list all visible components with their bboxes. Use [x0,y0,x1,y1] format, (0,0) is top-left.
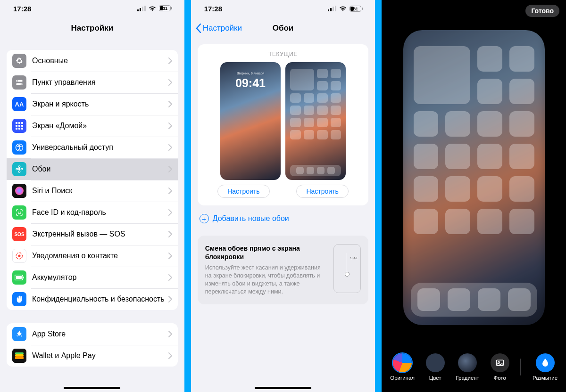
battery-icon: 31 [159,5,172,13]
SOS-icon: SOS [12,227,26,241]
settings-row-label: Wallet и Apple Pay [32,351,96,360]
wifi-icon [339,6,347,11]
settings-row[interactable]: Пункт управления [7,72,178,93]
status-icons: 31 [137,5,172,13]
svg-point-27 [21,168,23,170]
chevron-right-icon [168,188,172,194]
wallpaper-style-bar: Оригинал Цвет Градиент Фото Размытие [382,353,566,381]
chevron-right-icon [168,79,172,86]
svg-text:31: 31 [353,7,358,11]
tip-mini-illustration: 9:41 [333,244,361,293]
settings-row[interactable]: Уведомления о контакте [7,245,178,267]
svg-rect-15 [16,125,17,127]
option-color[interactable]: Цвет [426,353,445,381]
settings-row[interactable]: Универсальный доступ [7,137,178,158]
appstore-icon [12,327,26,341]
face-icon [12,205,26,220]
svg-rect-2 [142,7,143,11]
settings-row[interactable]: Экран «Домой» [7,115,178,137]
svg-rect-42 [330,8,332,11]
option-gradient[interactable]: Градиент [456,353,479,381]
svg-rect-48 [362,8,363,10]
chevron-right-icon [168,144,172,151]
settings-row-label: Face ID и код-пароль [32,208,106,217]
svg-rect-12 [16,122,17,124]
chevron-right-icon [168,274,172,281]
customize-homescreen-button[interactable]: Настроить [296,185,348,198]
svg-rect-16 [18,125,20,127]
option-blur[interactable]: Размытие [533,353,558,381]
svg-rect-1 [140,8,141,11]
settings-row-label: Пункт управления [32,78,96,87]
blur-icon [536,353,555,372]
settings-row[interactable]: Обои [7,158,178,180]
svg-rect-0 [137,9,139,11]
settings-row-label: Основные [32,57,68,65]
home-indicator[interactable] [64,387,120,389]
back-button[interactable]: Настройки [196,17,242,40]
lockscreen-tip-card: Смена обоев прямо с экрана блокировки Ис… [198,236,369,304]
chevron-right-icon [168,296,172,302]
hand-icon [12,292,26,306]
settings-row-label: Siri и Поиск [32,187,72,195]
svg-rect-13 [18,122,20,124]
settings-row-label: Универсальный доступ [32,143,113,152]
switches-icon [12,75,26,90]
svg-rect-35 [16,276,22,279]
home-indicator[interactable] [255,387,311,389]
svg-rect-19 [18,128,20,130]
svg-point-26 [16,168,18,170]
gear-icon [12,54,26,68]
access-icon [12,140,26,155]
settings-row[interactable]: Siri и Поиск [7,180,178,202]
settings-row[interactable]: Wallet и Apple Pay [7,345,178,367]
home-dock [411,283,537,317]
svg-point-25 [18,171,20,172]
settings-row[interactable]: App Store [7,323,178,345]
gradient-icon [458,353,477,372]
separator [520,359,521,376]
svg-rect-43 [333,7,334,11]
lockscreen-preview[interactable]: Вторник, 9 января 09:41 [220,62,281,180]
svg-point-24 [18,166,20,168]
settings-scroll[interactable]: ОсновныеПункт управленияAAЭкран и яркост… [0,40,184,392]
add-wallpaper-label: Добавить новые обои [213,214,289,223]
homescreen-large-preview[interactable] [403,30,545,325]
photo-icon [491,353,509,372]
settings-row[interactable]: Face ID и код-пароль [7,202,178,223]
back-label: Настройки [203,24,242,33]
chevron-right-icon [168,122,172,129]
settings-row-label: Конфиденциальность и безопасность [32,295,165,303]
wallpaper-pair: Вторник, 9 января 09:41 [204,62,362,180]
svg-point-29 [15,187,24,195]
homescreen-preview[interactable] [285,62,346,180]
icon-grid [414,46,534,278]
settings-row[interactable]: SOSЭкстренный вызов — SOS [7,223,178,245]
settings-row[interactable]: Аккумулятор [7,267,178,288]
battery-icon: 31 [350,6,363,12]
svg-rect-40 [15,356,24,359]
status-time: 17:28 [204,5,222,13]
done-button[interactable]: Готово [525,5,559,17]
settings-group-apps: App StoreWallet и Apple Pay [7,323,178,367]
svg-point-23 [18,168,20,170]
page-title-row: Настройки Обои [191,17,375,40]
option-photo[interactable]: Фото [491,353,509,381]
chevron-right-icon [168,209,172,216]
svg-rect-39 [15,354,24,356]
chevron-right-icon [168,57,172,64]
settings-group-main: ОсновныеПункт управленияAAЭкран и яркост… [7,50,178,310]
lock-time: 09:41 [220,76,281,90]
page-title-row: Настройки [0,17,184,40]
status-icons: 31 [328,6,363,12]
flower-icon [12,162,26,176]
settings-row[interactable]: Конфиденциальность и безопасность [7,288,178,310]
svg-rect-3 [144,6,146,11]
settings-row-label: Экран «Домой» [32,122,87,130]
settings-row[interactable]: AAЭкран и яркость [7,93,178,115]
add-wallpaper-button[interactable]: + Добавить новые обои [200,214,367,223]
svg-rect-41 [328,9,329,11]
customize-lockscreen-button[interactable]: Настроить [217,185,269,198]
settings-row[interactable]: Основные [7,50,178,72]
option-original[interactable]: Оригинал [390,353,415,381]
